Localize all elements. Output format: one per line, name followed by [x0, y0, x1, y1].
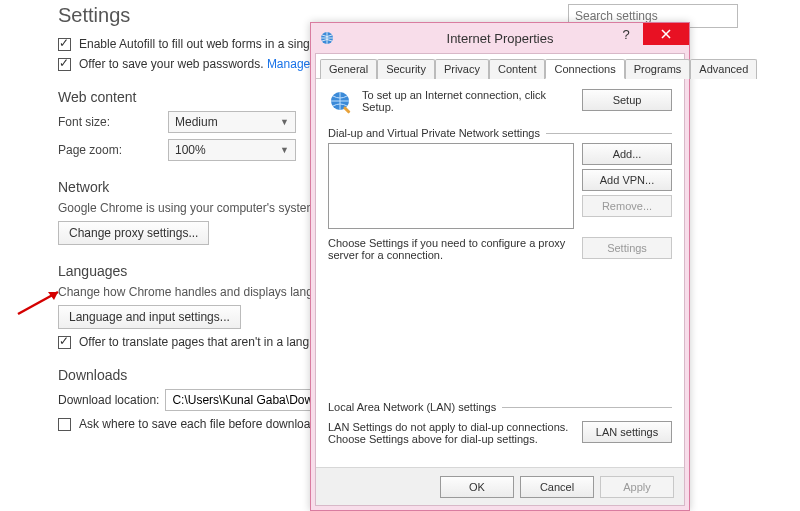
- chevron-down-icon: ▼: [280, 145, 289, 155]
- font-size-dropdown[interactable]: Medium ▼: [168, 111, 296, 133]
- remove-button: Remove...: [582, 195, 672, 217]
- tab-programs[interactable]: Programs: [625, 59, 691, 79]
- tab-privacy[interactable]: Privacy: [435, 59, 489, 79]
- download-location-label: Download location:: [58, 393, 159, 407]
- close-button[interactable]: [643, 23, 689, 45]
- setup-button[interactable]: Setup: [582, 89, 672, 111]
- lan-group-label: Local Area Network (LAN) settings: [328, 401, 496, 413]
- dun-note-text: Choose Settings if you need to configure…: [328, 237, 574, 261]
- add-button[interactable]: Add...: [582, 143, 672, 165]
- dialog-footer: OK Cancel Apply: [316, 467, 684, 505]
- setup-text: To set up an Internet connection, click …: [362, 89, 574, 113]
- svg-rect-6: [343, 106, 351, 114]
- divider: [546, 133, 672, 134]
- lan-settings-button[interactable]: LAN settings: [582, 421, 672, 443]
- dun-connections-listbox[interactable]: [328, 143, 574, 229]
- tab-security[interactable]: Security: [377, 59, 435, 79]
- change-proxy-button[interactable]: Change proxy settings...: [58, 221, 209, 245]
- font-size-value: Medium: [175, 115, 218, 129]
- connections-panel: To set up an Internet connection, click …: [316, 79, 684, 467]
- autofill-checkbox[interactable]: [58, 38, 71, 51]
- tab-general[interactable]: General: [320, 59, 377, 79]
- close-icon: [660, 28, 672, 40]
- cancel-button[interactable]: Cancel: [520, 476, 594, 498]
- dialog-titlebar[interactable]: Internet Properties ?: [311, 23, 689, 53]
- ask-save-label: Ask where to save each file before downl…: [79, 417, 320, 431]
- dun-group-label: Dial-up and Virtual Private Network sett…: [328, 127, 540, 139]
- save-passwords-checkbox[interactable]: [58, 58, 71, 71]
- dun-settings-button: Settings: [582, 237, 672, 259]
- tab-content[interactable]: Content: [489, 59, 546, 79]
- page-zoom-label: Page zoom:: [58, 143, 168, 157]
- font-size-label: Font size:: [58, 115, 168, 129]
- help-button[interactable]: ?: [609, 23, 643, 45]
- globe-wand-icon: [328, 89, 354, 115]
- apply-button: Apply: [600, 476, 674, 498]
- ok-button[interactable]: OK: [440, 476, 514, 498]
- translate-label: Offer to translate pages that aren't in …: [79, 335, 316, 349]
- divider: [502, 407, 672, 408]
- tab-advanced[interactable]: Advanced: [690, 59, 757, 79]
- translate-checkbox[interactable]: [58, 336, 71, 349]
- save-passwords-label: Offer to save your web passwords.: [79, 57, 264, 71]
- tab-connections[interactable]: Connections: [545, 59, 624, 79]
- internet-options-icon: [319, 30, 335, 46]
- ask-save-checkbox[interactable]: [58, 418, 71, 431]
- page-zoom-dropdown[interactable]: 100% ▼: [168, 139, 296, 161]
- page-zoom-value: 100%: [175, 143, 206, 157]
- dialog-tabs: General Security Privacy Content Connect…: [316, 54, 684, 79]
- autofill-label: Enable Autofill to fill out web forms in…: [79, 37, 312, 51]
- lan-note-text: LAN Settings do not apply to dial-up con…: [328, 421, 574, 445]
- internet-properties-dialog: Internet Properties ? General Security P…: [310, 22, 690, 511]
- chevron-down-icon: ▼: [280, 117, 289, 127]
- language-settings-button[interactable]: Language and input settings...: [58, 305, 241, 329]
- add-vpn-button[interactable]: Add VPN...: [582, 169, 672, 191]
